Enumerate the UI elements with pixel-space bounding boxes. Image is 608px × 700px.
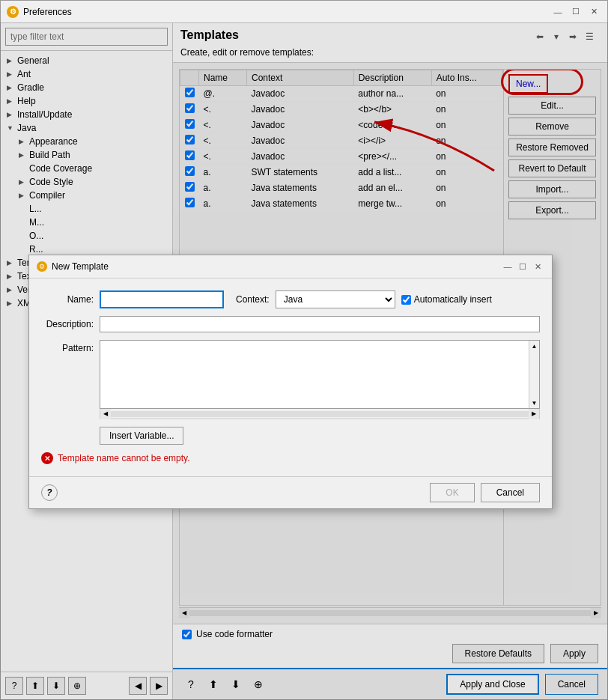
dialog-maximize-btn[interactable]: ☐ [516, 260, 529, 273]
insert-variable-row: Insert Variable... [41, 427, 540, 445]
dialog-footer: ? OK Cancel [29, 476, 552, 508]
app-icon: ⚙ [7, 6, 19, 18]
name-context-row: Name: Context: Java Javadoc SWT statemen… [41, 290, 540, 308]
pattern-area-wrapper: ▲ ▼ ◀ ▶ [100, 340, 540, 419]
description-label: Description: [41, 319, 94, 329]
insert-variable-button[interactable]: Insert Variable... [100, 427, 183, 445]
dialog-help-button[interactable]: ? [41, 484, 58, 501]
dialog-overlay: ⚙ New Template — ☐ ✕ Name: Context: Java… [0, 22, 608, 700]
maximize-button[interactable]: ☐ [568, 4, 583, 19]
h-scroll-right-btn[interactable]: ▶ [529, 409, 539, 419]
pattern-content[interactable] [100, 341, 529, 408]
dialog-footer-left: ? [41, 484, 58, 501]
h-scroll-track[interactable] [111, 411, 529, 417]
pattern-wrapper: ▲ ▼ [100, 340, 540, 409]
dialog-cancel-button[interactable]: Cancel [481, 483, 540, 502]
title-bar-left: ⚙ Preferences [7, 6, 72, 18]
pattern-h-scroll: ◀ ▶ [100, 409, 540, 419]
dialog-controls: — ☐ ✕ [501, 260, 544, 273]
window-title: Preferences [23, 7, 72, 17]
pattern-label: Pattern: [41, 343, 94, 353]
auto-insert-label: Automatically insert [401, 294, 492, 305]
new-template-dialog: ⚙ New Template — ☐ ✕ Name: Context: Java… [28, 255, 553, 509]
auto-insert-checkbox[interactable] [401, 295, 411, 305]
title-bar-controls: — ☐ ✕ [550, 4, 601, 19]
scroll-up-icon[interactable]: ▲ [529, 341, 539, 351]
minimize-button[interactable]: — [550, 4, 565, 19]
name-label: Name: [41, 294, 94, 305]
dialog-close-btn[interactable]: ✕ [531, 260, 544, 273]
dialog-minimize-btn[interactable]: — [501, 260, 514, 273]
pattern-scroll-v: ▲ ▼ [529, 341, 539, 408]
dialog-icon: ⚙ [37, 261, 47, 272]
title-bar: ⚙ Preferences — ☐ ✕ [1, 1, 607, 23]
error-icon: ✕ [41, 452, 53, 464]
dialog-body: Name: Context: Java Javadoc SWT statemen… [29, 279, 552, 476]
dialog-ok-button[interactable]: OK [430, 483, 474, 502]
dialog-footer-right: OK Cancel [430, 483, 540, 502]
dialog-title: New Template [52, 261, 109, 272]
scroll-down-icon[interactable]: ▼ [529, 398, 539, 408]
dialog-title-bar: ⚙ New Template — ☐ ✕ [29, 255, 552, 279]
error-row: ✕ Template name cannot be empty. [41, 452, 540, 464]
description-row: Description: [41, 316, 540, 332]
context-label: Context: [236, 294, 270, 305]
error-message: Template name cannot be empty. [58, 453, 190, 463]
pattern-row: Pattern: ▲ ▼ ◀ ▶ [41, 340, 540, 419]
name-input[interactable] [100, 290, 224, 308]
scroll-track [529, 351, 539, 398]
context-select[interactable]: Java Javadoc SWT statements Java stateme… [276, 290, 395, 308]
close-button[interactable]: ✕ [586, 4, 601, 19]
h-scroll-left-btn[interactable]: ◀ [100, 409, 111, 419]
description-input[interactable] [100, 316, 540, 332]
dialog-title-left: ⚙ New Template [37, 261, 109, 272]
